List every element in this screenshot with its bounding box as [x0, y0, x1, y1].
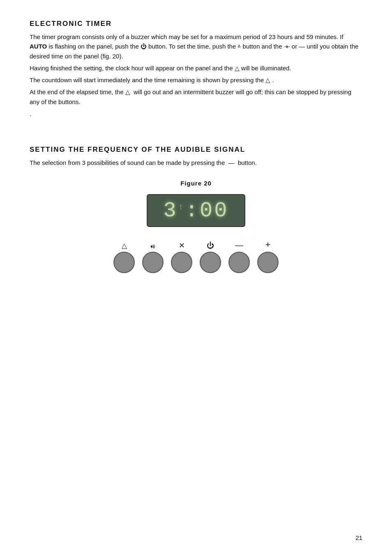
minus-icon: — [235, 240, 243, 250]
button-col-minus: — [228, 240, 250, 273]
button-col-cancel: ✕ [171, 240, 192, 273]
button-col-power: ⏻ [200, 240, 221, 273]
display-digit-3: 3 [164, 199, 178, 223]
mode-button[interactable] [142, 252, 164, 273]
page: ELECTRONIC TIMER The timer program consi… [0, 0, 392, 556]
power-icon: ⏻ [207, 240, 214, 250]
section1-para3: The countdown will start immediately and… [30, 75, 362, 85]
display-superscript: ⋮ [178, 204, 185, 210]
section1-title: ELECTRONIC TIMER [30, 20, 362, 28]
timer-icon: △ [122, 240, 127, 250]
display-colon: : [185, 199, 200, 223]
display-zeros: 00 [200, 199, 228, 223]
figure-display-text: 3⋮:00 [164, 199, 229, 223]
section1-para2: Having finished the setting, the clock h… [30, 63, 362, 73]
button-col-mode: 🕫 [142, 240, 164, 273]
buttons-row: △ 🕫 ✕ ⏻ — + [113, 240, 279, 273]
figure-display-box: 3⋮:00 [147, 194, 245, 227]
power-button[interactable] [200, 252, 221, 273]
figure-label: Figure 20 [180, 180, 212, 187]
minus-button[interactable] [228, 252, 250, 273]
button-col-timer: △ [113, 240, 135, 273]
section2-title: SETTING THE FREQUENCY OF THE AUDIBLE SIG… [30, 146, 362, 154]
section-electronic-timer: ELECTRONIC TIMER The timer program consi… [30, 20, 362, 118]
section-gap1 [30, 121, 362, 146]
timer-button[interactable] [113, 252, 135, 273]
cancel-button[interactable] [171, 252, 192, 273]
plus-button[interactable] [257, 252, 279, 273]
cancel-icon: ✕ [179, 240, 185, 250]
mode-icon: 🕫 [150, 240, 156, 250]
section2-para: The selection from 3 possibilities of so… [30, 158, 362, 167]
section1-para4: At the end of the elapsed time, the △ wi… [30, 87, 362, 107]
section-frequency: SETTING THE FREQUENCY OF THE AUDIBLE SIG… [30, 146, 362, 167]
button-col-plus: + [257, 240, 279, 273]
section1-para1: The timer program consists only of a buz… [30, 32, 362, 61]
page-number: 21 [355, 534, 362, 541]
figure-20-area: Figure 20 3⋮:00 △ 🕫 ✕ ⏻ [30, 180, 362, 273]
plus-icon: + [265, 240, 271, 250]
section1-para5: . [30, 109, 362, 118]
